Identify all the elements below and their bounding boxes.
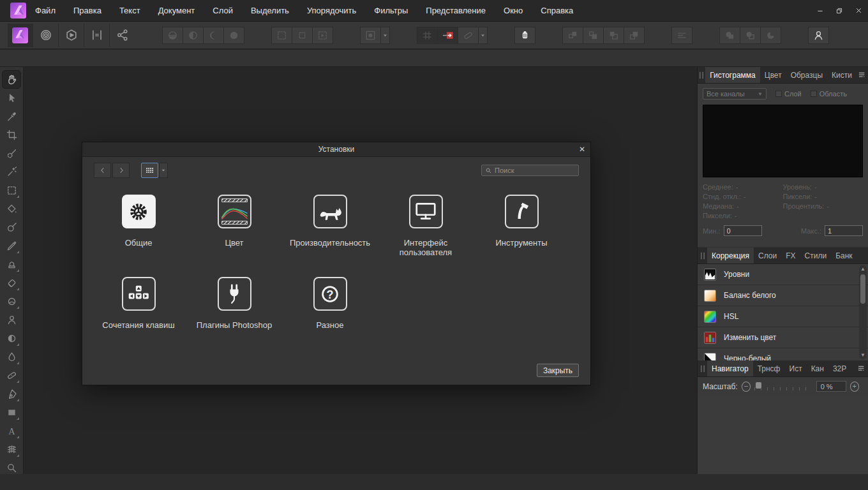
crop-tool[interactable] xyxy=(2,126,21,144)
quick-mask-button-caret[interactable] xyxy=(380,27,390,44)
liquify-persona-button[interactable] xyxy=(33,24,59,47)
dodge-brush-tool[interactable] xyxy=(2,292,21,311)
deselect-button[interactable] xyxy=(292,27,313,44)
clone-brush-tool[interactable] xyxy=(2,255,21,274)
red-eye-removal-tool[interactable] xyxy=(2,311,21,329)
pref-section-plug[interactable]: Плагины Photoshop xyxy=(186,277,282,359)
tab-трнсф[interactable]: Трнсф xyxy=(753,360,785,376)
view-tool[interactable] xyxy=(2,70,21,89)
restore-button[interactable] xyxy=(830,0,849,22)
pref-section-curves[interactable]: Цвет xyxy=(186,195,282,277)
menu-filters[interactable]: Фильтры xyxy=(365,0,417,22)
export-persona-button[interactable] xyxy=(110,24,135,47)
scroll-up-icon[interactable]: ▲ xyxy=(860,267,865,272)
adjustment-recolor[interactable]: Изменить цвет xyxy=(698,327,868,348)
channels-dropdown[interactable]: Все каналы ▼ xyxy=(703,88,767,100)
mesh-warp-tool[interactable] xyxy=(2,440,21,459)
pref-section-monitor[interactable]: Интерфейс пользователя xyxy=(378,195,474,277)
geometry-subtract-button[interactable] xyxy=(740,27,761,44)
gradient-tool[interactable] xyxy=(2,218,21,237)
pref-section-gear[interactable]: Общие xyxy=(91,195,186,277)
show-grid-button[interactable] xyxy=(417,27,438,44)
select-all-button[interactable] xyxy=(271,27,292,44)
auto-levels-button[interactable] xyxy=(162,27,183,44)
tab-ист[interactable]: Ист xyxy=(785,360,807,376)
back-button[interactable] xyxy=(94,163,111,178)
pref-section-arrow-keys[interactable]: Сочетания клавиш xyxy=(91,277,186,359)
menu-help[interactable]: Справка xyxy=(532,0,582,22)
auto-colors-button[interactable] xyxy=(203,27,224,44)
burn-brush-tool[interactable] xyxy=(2,329,21,348)
tab-fx[interactable]: FX xyxy=(781,248,800,264)
pref-section-hammer[interactable]: Инструменты xyxy=(474,195,569,277)
panel-grip-icon[interactable] xyxy=(698,248,707,264)
tone-mapping-persona-button[interactable] xyxy=(84,24,110,47)
color-picker-tool[interactable] xyxy=(2,107,21,126)
tab-банк[interactable]: Банк xyxy=(831,248,857,264)
healing-brush-tool[interactable] xyxy=(2,366,21,385)
refine-selection-button[interactable] xyxy=(312,27,333,44)
panel-grip-icon[interactable] xyxy=(698,360,707,376)
geometry-divide-button[interactable] xyxy=(760,27,781,44)
adjustment-levels[interactable]: Уровни xyxy=(698,264,868,285)
zoom-slider-handle[interactable] xyxy=(756,382,761,389)
tab-гистограмма[interactable]: Гистограмма xyxy=(705,67,760,83)
tab-коррекция[interactable]: Коррекция xyxy=(707,248,754,264)
menu-text[interactable]: Текст xyxy=(110,0,149,22)
move-to-back-button[interactable] xyxy=(624,27,645,44)
move-to-front-button[interactable] xyxy=(562,27,583,44)
layer-checkbox[interactable] xyxy=(775,91,782,97)
scrollbar[interactable]: ▲ ▼ xyxy=(859,265,867,359)
marquee-select-tool[interactable] xyxy=(2,181,21,200)
pixel-alignment-button[interactable] xyxy=(458,27,479,44)
tab-стили[interactable]: Стили xyxy=(800,248,832,264)
photo-persona-button[interactable] xyxy=(8,24,33,47)
assistant-button[interactable] xyxy=(514,27,535,44)
flood-select-tool[interactable] xyxy=(2,163,21,181)
develop-persona-button[interactable] xyxy=(59,24,84,47)
icon-view-button[interactable] xyxy=(141,163,158,178)
tab-образцы[interactable]: Образцы xyxy=(786,67,827,83)
quick-mask-button[interactable] xyxy=(360,27,381,44)
move-forward-button[interactable] xyxy=(583,27,604,44)
panel-menu-icon[interactable] xyxy=(857,67,868,83)
tab-32p[interactable]: 32P xyxy=(828,360,851,376)
blur-brush-tool[interactable] xyxy=(2,348,21,366)
close-window-button[interactable] xyxy=(849,0,868,22)
tab-навигатор[interactable]: Навигатор xyxy=(707,360,753,376)
scroll-down-icon[interactable]: ▼ xyxy=(860,353,865,358)
selection-brush-tool[interactable] xyxy=(2,144,21,163)
menu-view[interactable]: Представление xyxy=(417,0,495,22)
panel-menu-icon[interactable] xyxy=(854,360,868,376)
tab-кисти[interactable]: Кисти xyxy=(827,67,857,83)
auto-white-balance-button[interactable] xyxy=(223,27,244,44)
zoom-value[interactable]: 0 % xyxy=(816,381,846,392)
account-button[interactable] xyxy=(808,27,829,44)
adjustment-black-white[interactable]: Черно-белый xyxy=(698,348,868,360)
dialog-close-icon[interactable]: ✕ xyxy=(574,145,590,154)
tab-цвет[interactable]: Цвет xyxy=(760,67,786,83)
menu-edit[interactable]: Правка xyxy=(64,0,110,22)
min-input[interactable] xyxy=(724,225,762,236)
forward-button[interactable] xyxy=(112,163,130,178)
text-tool[interactable]: A xyxy=(2,422,21,440)
zoom-out-button[interactable]: − xyxy=(742,382,751,392)
pref-section-question[interactable]: ?Разное xyxy=(282,277,378,359)
menu-window[interactable]: Окно xyxy=(495,0,532,22)
flood-fill-tool[interactable] xyxy=(2,200,21,218)
zoom-slider[interactable] xyxy=(754,382,811,391)
menu-document[interactable]: Документ xyxy=(149,0,204,22)
move-backward-button[interactable] xyxy=(603,27,624,44)
tab-слои[interactable]: Слои xyxy=(754,248,781,264)
eraser-tool[interactable] xyxy=(2,274,21,292)
panel-grip-icon[interactable] xyxy=(698,67,705,83)
close-dialog-button[interactable]: Закрыть xyxy=(537,364,579,377)
pen-tool[interactable] xyxy=(2,385,21,403)
menu-file[interactable]: Файл xyxy=(26,0,64,22)
search-input[interactable] xyxy=(495,167,575,174)
scrollbar-thumb[interactable] xyxy=(860,274,865,304)
tab-кан[interactable]: Кан xyxy=(807,360,828,376)
move-tool[interactable] xyxy=(2,89,21,107)
alignment-button[interactable] xyxy=(671,27,692,44)
snapping-button[interactable] xyxy=(437,27,458,44)
